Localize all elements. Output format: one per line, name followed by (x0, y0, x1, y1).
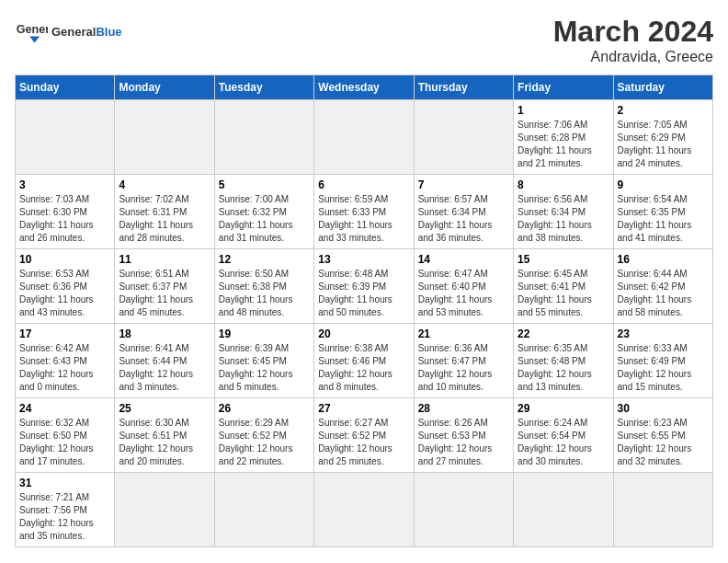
day-info: Sunrise: 7:00 AM Sunset: 6:32 PM Dayligh… (219, 193, 310, 245)
day-info: Sunrise: 6:53 AM Sunset: 6:36 PM Dayligh… (19, 268, 110, 319)
day-number: 15 (518, 253, 609, 266)
weekday-header-saturday: Saturday (613, 75, 712, 100)
day-info: Sunrise: 7:05 AM Sunset: 6:29 PM Dayligh… (618, 119, 709, 170)
calendar-cell: 25Sunrise: 6:30 AM Sunset: 6:51 PM Dayli… (115, 398, 214, 473)
day-number: 28 (418, 402, 509, 415)
calendar-cell (314, 100, 414, 175)
calendar-cell: 12Sunrise: 6:50 AM Sunset: 6:38 PM Dayli… (214, 249, 313, 324)
day-number: 31 (19, 477, 110, 489)
day-number: 3 (19, 178, 110, 191)
day-number: 2 (618, 104, 709, 117)
weekday-header-thursday: Thursday (414, 75, 513, 100)
calendar-cell: 9Sunrise: 6:54 AM Sunset: 6:35 PM Daylig… (613, 175, 712, 249)
calendar-cell: 16Sunrise: 6:44 AM Sunset: 6:42 PM Dayli… (613, 249, 712, 324)
calendar-cell: 8Sunrise: 6:56 AM Sunset: 6:34 PM Daylig… (514, 175, 613, 249)
day-number: 5 (219, 178, 310, 191)
day-number: 6 (318, 178, 409, 191)
calendar-cell (314, 473, 414, 547)
day-number: 26 (219, 402, 310, 415)
day-number: 20 (318, 327, 409, 340)
day-number: 27 (318, 402, 409, 415)
day-info: Sunrise: 6:56 AM Sunset: 6:34 PM Dayligh… (518, 193, 609, 245)
calendar-cell: 31Sunrise: 7:21 AM Sunset: 7:56 PM Dayli… (16, 473, 115, 547)
day-info: Sunrise: 6:57 AM Sunset: 6:34 PM Dayligh… (418, 193, 509, 245)
weekday-header-friday: Friday (514, 75, 613, 100)
calendar-cell (214, 100, 313, 175)
day-number: 22 (518, 327, 609, 340)
calendar-cell: 13Sunrise: 6:48 AM Sunset: 6:39 PM Dayli… (314, 249, 414, 324)
week-row-3: 17Sunrise: 6:42 AM Sunset: 6:43 PM Dayli… (16, 324, 713, 398)
day-number: 29 (518, 402, 609, 415)
calendar-cell (414, 473, 513, 547)
day-info: Sunrise: 6:47 AM Sunset: 6:40 PM Dayligh… (418, 268, 509, 319)
weekday-header-sunday: Sunday (16, 75, 115, 100)
day-info: Sunrise: 6:48 AM Sunset: 6:39 PM Dayligh… (318, 268, 409, 319)
day-number: 10 (19, 253, 110, 266)
calendar-cell: 30Sunrise: 6:23 AM Sunset: 6:55 PM Dayli… (613, 398, 712, 473)
calendar-cell: 7Sunrise: 6:57 AM Sunset: 6:34 PM Daylig… (414, 175, 513, 249)
day-info: Sunrise: 6:36 AM Sunset: 6:47 PM Dayligh… (418, 342, 509, 394)
day-info: Sunrise: 6:44 AM Sunset: 6:42 PM Dayligh… (618, 268, 709, 319)
calendar-cell: 17Sunrise: 6:42 AM Sunset: 6:43 PM Dayli… (16, 324, 115, 398)
day-info: Sunrise: 7:06 AM Sunset: 6:28 PM Dayligh… (518, 119, 609, 170)
calendar-cell (214, 473, 313, 547)
logo: General GeneralBlue (15, 15, 122, 48)
calendar-cell: 15Sunrise: 6:45 AM Sunset: 6:41 PM Dayli… (514, 249, 613, 324)
week-row-4: 24Sunrise: 6:32 AM Sunset: 6:50 PM Dayli… (16, 398, 713, 473)
day-info: Sunrise: 6:32 AM Sunset: 6:50 PM Dayligh… (19, 417, 110, 468)
day-info: Sunrise: 6:26 AM Sunset: 6:53 PM Dayligh… (418, 417, 509, 468)
day-info: Sunrise: 6:41 AM Sunset: 6:44 PM Dayligh… (119, 342, 210, 394)
calendar-cell (115, 473, 214, 547)
day-info: Sunrise: 6:27 AM Sunset: 6:52 PM Dayligh… (318, 417, 409, 468)
calendar-cell: 5Sunrise: 7:00 AM Sunset: 6:32 PM Daylig… (214, 175, 313, 249)
day-number: 30 (618, 402, 709, 415)
day-info: Sunrise: 6:38 AM Sunset: 6:46 PM Dayligh… (318, 342, 409, 394)
day-info: Sunrise: 6:59 AM Sunset: 6:33 PM Dayligh… (318, 193, 409, 245)
calendar-table: SundayMondayTuesdayWednesdayThursdayFrid… (15, 75, 713, 547)
calendar-cell: 1Sunrise: 7:06 AM Sunset: 6:28 PM Daylig… (514, 100, 613, 175)
day-info: Sunrise: 6:23 AM Sunset: 6:55 PM Dayligh… (618, 417, 709, 468)
calendar-cell (514, 473, 613, 547)
day-info: Sunrise: 6:33 AM Sunset: 6:49 PM Dayligh… (618, 342, 709, 394)
calendar-cell (115, 100, 214, 175)
day-number: 23 (618, 327, 709, 340)
logo-icon: General (15, 15, 48, 48)
day-info: Sunrise: 6:50 AM Sunset: 6:38 PM Dayligh… (219, 268, 310, 319)
calendar-cell: 26Sunrise: 6:29 AM Sunset: 6:52 PM Dayli… (214, 398, 313, 473)
day-number: 16 (618, 253, 709, 266)
day-number: 21 (418, 327, 509, 340)
day-info: Sunrise: 6:24 AM Sunset: 6:54 PM Dayligh… (518, 417, 609, 468)
weekday-header-wednesday: Wednesday (314, 75, 414, 100)
day-info: Sunrise: 6:39 AM Sunset: 6:45 PM Dayligh… (219, 342, 310, 394)
calendar-cell: 27Sunrise: 6:27 AM Sunset: 6:52 PM Dayli… (314, 398, 414, 473)
calendar-cell: 24Sunrise: 6:32 AM Sunset: 6:50 PM Dayli… (16, 398, 115, 473)
calendar-cell: 19Sunrise: 6:39 AM Sunset: 6:45 PM Dayli… (214, 324, 313, 398)
calendar-cell: 29Sunrise: 6:24 AM Sunset: 6:54 PM Dayli… (514, 398, 613, 473)
day-number: 9 (618, 178, 709, 191)
calendar-cell (16, 100, 115, 175)
svg-text:General: General (17, 23, 48, 36)
calendar-cell: 6Sunrise: 6:59 AM Sunset: 6:33 PM Daylig… (314, 175, 414, 249)
calendar-cell: 14Sunrise: 6:47 AM Sunset: 6:40 PM Dayli… (414, 249, 513, 324)
calendar-cell: 23Sunrise: 6:33 AM Sunset: 6:49 PM Dayli… (613, 324, 712, 398)
weekday-header-row: SundayMondayTuesdayWednesdayThursdayFrid… (16, 75, 713, 100)
day-number: 8 (518, 178, 609, 191)
header: General GeneralBlue March 2024 Andravida… (15, 15, 713, 65)
week-row-5: 31Sunrise: 7:21 AM Sunset: 7:56 PM Dayli… (16, 473, 713, 547)
day-info: Sunrise: 6:51 AM Sunset: 6:37 PM Dayligh… (119, 268, 210, 319)
day-info: Sunrise: 6:30 AM Sunset: 6:51 PM Dayligh… (119, 417, 210, 468)
day-number: 18 (119, 327, 210, 340)
day-number: 1 (518, 104, 609, 117)
calendar-cell (414, 100, 513, 175)
day-number: 11 (119, 253, 210, 266)
day-info: Sunrise: 7:03 AM Sunset: 6:30 PM Dayligh… (19, 193, 110, 245)
day-info: Sunrise: 6:45 AM Sunset: 6:41 PM Dayligh… (518, 268, 609, 319)
calendar-cell: 11Sunrise: 6:51 AM Sunset: 6:37 PM Dayli… (115, 249, 214, 324)
calendar-cell: 18Sunrise: 6:41 AM Sunset: 6:44 PM Dayli… (115, 324, 214, 398)
svg-marker-1 (29, 36, 40, 42)
day-info: Sunrise: 6:54 AM Sunset: 6:35 PM Dayligh… (618, 193, 709, 245)
day-number: 14 (418, 253, 509, 266)
week-row-1: 3Sunrise: 7:03 AM Sunset: 6:30 PM Daylig… (16, 175, 713, 249)
day-info: Sunrise: 7:02 AM Sunset: 6:31 PM Dayligh… (119, 193, 210, 245)
day-number: 25 (119, 402, 210, 415)
